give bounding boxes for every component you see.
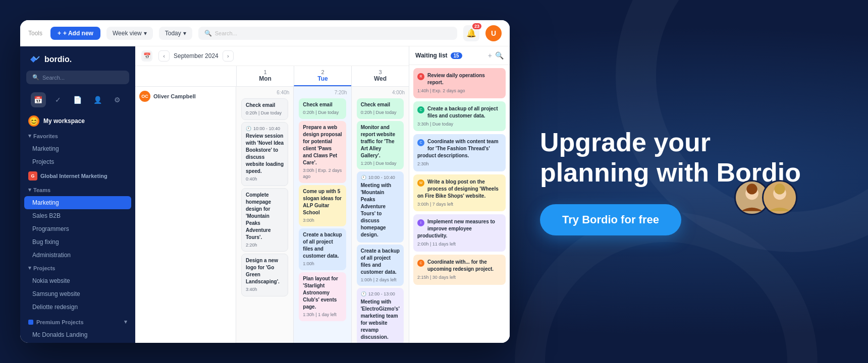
sidebar-search[interactable]: 🔍 Search... (26, 71, 129, 84)
promo-title: Upgrade your planning with Bordio (540, 128, 818, 188)
add-icon[interactable]: + (488, 51, 492, 59)
workspace-avatar: 😊 (28, 115, 39, 127)
waiting-panel: Waiting list 15 + 🔍 R Review daily opera… (409, 46, 510, 343)
search-icon[interactable]: 🔍 (495, 51, 504, 59)
float-avatar-2 (762, 180, 797, 215)
teams-section[interactable]: ▾ Teams (20, 184, 135, 196)
task-card[interactable]: Design a new logo for 'Go Green Landscap… (241, 254, 288, 296)
workspace-row[interactable]: 😊 My workspace (20, 112, 135, 130)
svg-point-2 (746, 184, 757, 194)
chevron-down-icon: ▾ (144, 30, 147, 37)
task-card[interactable]: Create a backup of all project files and… (299, 228, 346, 270)
sidebar-item-mcdonalds[interactable]: Mc Donalds Landing (24, 328, 131, 341)
promo-section: Upgrade your planning with Bordio Try Bo… (510, 107, 848, 256)
sidebar-icons: 📅 ✓ 📄 👤 ⚙ (20, 89, 135, 110)
task-card[interactable]: Complete homepage design for 'Mountain P… (241, 188, 288, 252)
sidebar-item-programmers[interactable]: Programmers (24, 222, 131, 235)
hours-tue-oliver: 7:20h (296, 89, 349, 96)
add-new-label: + Add new (63, 30, 93, 37)
plus-icon: + (58, 30, 61, 37)
user-avatar-button[interactable]: U (485, 25, 502, 41)
waiting-header: Waiting list 15 + 🔍 (409, 46, 510, 65)
column-headers: 1 Mon 2 Tue 3 Wed (135, 66, 409, 87)
today-button[interactable]: Today ▾ (159, 27, 192, 40)
premium-section[interactable]: Premium Projects ▾ (20, 316, 135, 328)
search-icon: 🔍 (32, 74, 39, 81)
item-label: Bug fixing (32, 238, 59, 246)
projects-section[interactable]: ▾ Projects (20, 262, 135, 274)
sidebar-item-projects[interactable]: Projects (24, 155, 131, 168)
document-icon[interactable]: 📄 (70, 92, 85, 107)
item-label: Administration (32, 252, 71, 259)
calendar-mini-icon: 📅 (141, 50, 152, 62)
item-label: Deliotte redesign (32, 304, 78, 311)
sidebar-item-microsoft[interactable]: Microsoft B2B (24, 341, 131, 343)
checkmark-icon[interactable]: ✓ (50, 92, 66, 107)
sidebar-item-marketing[interactable]: Marketing (24, 142, 131, 155)
item-label: Marketing (32, 199, 59, 206)
today-label: Today (165, 30, 181, 37)
col-header-mon: 1 Mon (236, 66, 294, 86)
logo-icon (28, 53, 40, 66)
search-bar[interactable]: 🔍 Search... (198, 27, 457, 40)
wait-card[interactable]: C Create a backup of all project files a… (413, 101, 506, 132)
main-content: bordio. 🔍 Search... 📅 ✓ 📄 👤 ⚙ 😊 (20, 46, 510, 343)
hours-wed-oliver: 4:00h (354, 89, 407, 96)
sidebar-item-nokia[interactable]: Nokia website (24, 274, 131, 287)
sidebar-item-sales[interactable]: Sales B2B (24, 209, 131, 222)
wait-card[interactable]: C Coordinate with content team for 'The … (413, 134, 506, 171)
task-card[interactable]: Create a backup of all project files and… (357, 245, 404, 286)
task-card[interactable]: Monitor and report website traffic for '… (357, 121, 404, 170)
wait-card[interactable]: W Write a blog post on the process of de… (413, 174, 506, 212)
task-card[interactable]: Plan layout for 'Starlight Astronomy Clu… (299, 272, 346, 321)
wait-card[interactable]: C Coordinate with... for the upcoming re… (413, 255, 506, 285)
oliver-wed-tasks: 4:00h Check email 0:20h | Due today Moni… (352, 87, 409, 343)
next-arrow[interactable]: › (223, 50, 234, 62)
gear-icon[interactable]: ⚙ (110, 92, 125, 107)
item-label: Programmers (32, 225, 69, 232)
sidebar-item-samsung[interactable]: Samsung website (24, 287, 131, 300)
task-card[interactable]: 🕙10:00 - 10:40 Meeting with 'Mountain Pe… (357, 171, 404, 243)
add-new-button[interactable]: + + Add new (50, 27, 100, 40)
oliver-mon-tasks: 6:40h Check email 0:20h | Due today 🕙10:… (236, 87, 294, 343)
task-card[interactable]: Check email 0:20h | Due today (357, 98, 404, 119)
item-label: Projects (32, 158, 54, 165)
person-row-oliver: OC Oliver Campbell 6:40h Check email 0:2… (135, 87, 409, 343)
sidebar-item-deliotte[interactable]: Deliotte redesign (24, 300, 131, 314)
task-card[interactable]: Prepare a web design proposal for potent… (299, 121, 346, 183)
premium-label: Premium Projects (36, 319, 84, 325)
wait-card[interactable]: I Implement new measures to improve empl… (413, 214, 506, 252)
app-container: Tools + + Add new Week view ▾ Today ▾ 🔍 … (0, 0, 868, 363)
org-header: G Global Internet Marketing (20, 168, 135, 184)
waiting-title: Waiting list (415, 52, 448, 59)
item-label: Sales B2B (32, 212, 61, 219)
week-view-button[interactable]: Week view ▾ (106, 27, 153, 40)
task-card[interactable]: Come up with 5 slogan ideas for ALP Guit… (299, 185, 346, 227)
clock-icon: 🕙 (246, 126, 251, 132)
workspace-label: My workspace (43, 117, 85, 125)
chevron-icon: ▾ (28, 187, 31, 193)
cta-button[interactable]: Try Bordio for free (540, 204, 681, 235)
calendar-icon[interactable]: 📅 (31, 92, 46, 107)
person-label-oliver: OC Oliver Campbell (135, 87, 236, 343)
chevron-icon: ▾ (28, 265, 31, 271)
sidebar-item-bugfixing[interactable]: Bug fixing (24, 235, 131, 249)
notifications-button[interactable]: 🔔 23 (463, 25, 479, 41)
task-card[interactable]: Check email 0:20h | Due today (299, 98, 346, 119)
chevron-icon: ▾ (28, 133, 31, 139)
sidebar: bordio. 🔍 Search... 📅 ✓ 📄 👤 ⚙ 😊 (20, 46, 135, 343)
user-icon[interactable]: 👤 (90, 92, 105, 107)
favorites-label: Favorites (33, 133, 58, 139)
sidebar-item-administration[interactable]: Administration (24, 249, 131, 262)
tools-label: Tools (28, 30, 42, 37)
col-header-tue: 2 Tue (294, 66, 351, 86)
task-card[interactable]: Check email 0:20h | Due today (241, 98, 288, 120)
premium-icon (28, 320, 33, 325)
waiting-list: R Review daily operations report. 1:40h … (409, 65, 510, 343)
favorites-section[interactable]: ▾ Favorites (20, 130, 135, 142)
sidebar-item-marketing-team[interactable]: Marketing (24, 196, 131, 209)
wait-card[interactable]: R Review daily operations report. 1:40h … (413, 68, 506, 98)
prev-arrow[interactable]: ‹ (158, 50, 170, 62)
task-card[interactable]: 🕛12:00 - 13:00 Meeting with 'ElectroGizm… (357, 288, 404, 343)
task-card[interactable]: 🕙10:00 - 10:40 Review session with 'Nove… (241, 122, 288, 186)
